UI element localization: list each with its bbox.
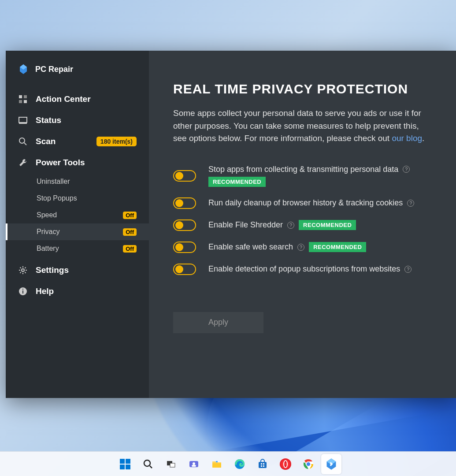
- option-safe-web-search: Enable safe web search ? RECOMMENDED: [173, 242, 434, 253]
- option-daily-cleanup: Run daily cleanup of browser history & t…: [173, 197, 434, 209]
- grid-icon: [18, 94, 28, 104]
- sidebar-sub-label: Privacy: [37, 228, 59, 236]
- svg-rect-24: [259, 462, 267, 468]
- sidebar-sub-uninstaller[interactable]: Uninstaller: [6, 173, 149, 190]
- option-label: Enable File Shredder: [208, 220, 283, 230]
- opera-button[interactable]: [275, 454, 296, 474]
- svg-rect-22: [216, 461, 218, 462]
- sidebar-sub-label: Speed: [37, 211, 57, 219]
- sidebar-item-status[interactable]: Status: [6, 110, 149, 131]
- option-label: Run daily cleanup of browser history & t…: [208, 198, 403, 208]
- page-intro: Some apps collect your personal data to …: [173, 107, 434, 145]
- main-content: REAL TIME PRIVACY PROTECTION Some apps c…: [149, 51, 456, 398]
- blog-link[interactable]: our blog: [392, 134, 422, 143]
- off-chip: Off: [123, 212, 137, 219]
- help-icon[interactable]: ?: [403, 166, 410, 173]
- svg-rect-21: [212, 463, 221, 468]
- app-brand: PC Repair: [6, 62, 149, 89]
- toggle-file-shredder[interactable]: [173, 219, 196, 231]
- windows-logo-icon: [120, 459, 130, 469]
- svg-rect-28: [263, 465, 264, 467]
- sidebar-sub-stop-popups[interactable]: Stop Popups: [6, 190, 149, 207]
- teams-icon: [188, 458, 200, 470]
- taskbar: [0, 451, 456, 476]
- task-view-button[interactable]: [161, 454, 181, 474]
- chrome-icon: [303, 458, 314, 470]
- folder-icon: [211, 458, 222, 470]
- off-chip: Off: [123, 228, 137, 236]
- store-button[interactable]: [252, 454, 273, 474]
- option-label: Stop apps from collecting & transmitting…: [208, 165, 398, 174]
- sidebar-item-label: Scan: [36, 137, 56, 146]
- svg-rect-20: [192, 465, 196, 467]
- sidebar-sub-speed[interactable]: Speed Off: [6, 207, 149, 223]
- sidebar-sub-privacy[interactable]: Privacy Off: [6, 223, 149, 240]
- svg-point-8: [19, 138, 25, 143]
- svg-rect-4: [19, 100, 22, 103]
- toggle-popup-detection[interactable]: [173, 264, 196, 275]
- sidebar: PC Repair Action Center Status Scan 180 …: [6, 51, 149, 398]
- search-button[interactable]: [138, 454, 158, 474]
- sidebar-item-settings[interactable]: Settings: [6, 260, 149, 281]
- sidebar-item-label: Help: [36, 286, 54, 296]
- app-logo-icon: [18, 64, 29, 74]
- edge-icon: [234, 458, 245, 470]
- svg-rect-13: [22, 289, 23, 290]
- start-button[interactable]: [115, 454, 135, 474]
- toggle-daily-cleanup[interactable]: [173, 197, 196, 209]
- info-icon: [18, 286, 28, 296]
- svg-point-14: [144, 460, 150, 466]
- sidebar-item-help[interactable]: Help: [6, 281, 149, 302]
- svg-rect-12: [22, 290, 23, 294]
- svg-rect-6: [19, 117, 27, 123]
- option-label: Enable detection of popup subscriptions …: [208, 264, 400, 274]
- svg-rect-26: [263, 463, 264, 465]
- svg-rect-25: [261, 463, 262, 465]
- recommended-tag: RECOMMENDED: [208, 177, 266, 187]
- sidebar-item-power-tools[interactable]: Power Tools: [6, 152, 149, 173]
- app-window: PC Repair Action Center Status Scan 180 …: [6, 51, 456, 398]
- sidebar-item-label: Settings: [36, 265, 69, 275]
- intro-text-suffix: .: [422, 134, 424, 143]
- recommended-tag: RECOMMENDED: [309, 242, 366, 252]
- sidebar-item-label: Status: [36, 115, 61, 125]
- option-popup-detection: Enable detection of popup subscriptions …: [173, 264, 434, 275]
- toggle-safe-web-search[interactable]: [173, 242, 196, 253]
- scan-badge: 180 item(s): [96, 137, 137, 146]
- search-icon: [143, 459, 153, 469]
- opera-icon: [280, 458, 291, 470]
- sidebar-item-scan[interactable]: Scan 180 item(s): [6, 131, 149, 152]
- svg-rect-2: [19, 95, 22, 98]
- help-icon[interactable]: ?: [297, 244, 304, 251]
- app-title: PC Repair: [35, 65, 73, 74]
- option-label: Enable safe web search: [208, 242, 293, 252]
- sidebar-item-label: Action Center: [36, 94, 91, 104]
- svg-point-19: [193, 462, 195, 465]
- help-icon[interactable]: ?: [404, 266, 412, 273]
- chrome-button[interactable]: [298, 454, 319, 474]
- teams-button[interactable]: [184, 454, 204, 474]
- apply-button[interactable]: Apply: [173, 312, 263, 333]
- sidebar-item-action-center[interactable]: Action Center: [6, 89, 149, 110]
- sidebar-sub-label: Stop Popups: [37, 194, 77, 202]
- sidebar-sub-label: Battery: [37, 245, 59, 253]
- task-view-icon: [166, 459, 176, 469]
- svg-rect-3: [24, 95, 27, 98]
- svg-point-10: [22, 269, 24, 271]
- edge-button[interactable]: [230, 454, 250, 474]
- option-stop-data-collection: Stop apps from collecting & transmitting…: [173, 165, 434, 187]
- store-icon: [257, 458, 268, 470]
- pc-repair-taskbar-button[interactable]: [321, 454, 341, 474]
- help-icon[interactable]: ?: [287, 222, 294, 229]
- svg-line-9: [24, 143, 26, 145]
- svg-rect-5: [24, 100, 27, 103]
- sidebar-item-label: Power Tools: [36, 158, 85, 167]
- gear-icon: [18, 265, 28, 275]
- help-icon[interactable]: ?: [407, 200, 414, 207]
- pc-repair-icon: [325, 458, 337, 470]
- option-file-shredder: Enable File Shredder ? RECOMMENDED: [173, 219, 434, 231]
- file-explorer-button[interactable]: [207, 454, 227, 474]
- monitor-icon: [18, 115, 28, 125]
- toggle-stop-data-collection[interactable]: [173, 170, 196, 182]
- sidebar-sub-battery[interactable]: Battery Off: [6, 240, 149, 257]
